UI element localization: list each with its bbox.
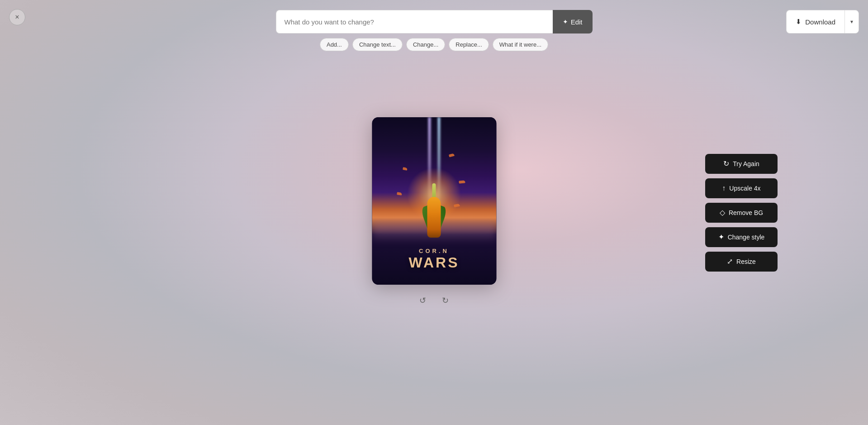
action-button-remove-bg[interactable]: ◇Remove BG	[705, 203, 778, 223]
chevron-down-icon: ▾	[850, 19, 853, 25]
edit-button[interactable]: ✦ Edit	[553, 10, 593, 33]
suggestion-chip[interactable]: Change text...	[352, 38, 403, 51]
main-image-container: COR.N WARS ↺ ↻	[372, 117, 496, 308]
resize-icon: ⤢	[727, 257, 733, 266]
ship-5	[454, 204, 460, 207]
ship-1	[449, 153, 455, 157]
suggestion-chip[interactable]: What if it were...	[493, 38, 548, 51]
remove-bg-label: Remove BG	[729, 209, 763, 216]
remove-bg-icon: ◇	[720, 208, 725, 217]
corn-body	[427, 197, 441, 238]
search-row: ✦ Edit	[276, 10, 593, 33]
poster-background: COR.N WARS	[372, 117, 496, 285]
download-button[interactable]: ⬇ Download	[786, 10, 844, 33]
poster-corn	[423, 179, 446, 238]
action-panel: ↻Try Again↑Upscale 4x◇Remove BG✦Change s…	[705, 154, 778, 272]
suggestion-chips: Add...Change text...Change...Replace...W…	[320, 38, 548, 51]
action-button-change-style[interactable]: ✦Change style	[705, 227, 778, 247]
change-style-icon: ✦	[718, 233, 724, 241]
image-frame: COR.N WARS	[372, 117, 496, 285]
poster-title-corn: COR.N	[372, 248, 496, 254]
suggestion-chip[interactable]: Replace...	[449, 38, 489, 51]
download-area: ⬇ Download ▾	[786, 10, 859, 33]
poster-title-wars: WARS	[372, 254, 496, 271]
upscale-icon: ↑	[722, 184, 726, 192]
ship-3	[459, 180, 465, 183]
undo-button[interactable]: ↺	[415, 293, 431, 308]
upscale-label: Upscale 4x	[729, 185, 760, 192]
suggestion-chip[interactable]: Change...	[406, 38, 445, 51]
action-button-try-again[interactable]: ↻Try Again	[705, 154, 778, 174]
edit-label: Edit	[571, 18, 583, 26]
sparkle-icon: ✦	[563, 18, 568, 25]
redo-button[interactable]: ↻	[438, 293, 453, 308]
download-label: Download	[805, 18, 835, 26]
search-bar-container: ✦ Edit Add...Change text...Change...Repl…	[276, 10, 593, 51]
resize-label: Resize	[736, 258, 756, 265]
undo-redo-controls: ↺ ↻	[415, 293, 453, 308]
close-button[interactable]: ×	[9, 9, 25, 25]
ship-4	[397, 192, 402, 195]
action-button-upscale[interactable]: ↑Upscale 4x	[705, 178, 778, 198]
suggestion-chip[interactable]: Add...	[320, 38, 349, 51]
try-again-label: Try Again	[733, 160, 759, 167]
download-chevron-button[interactable]: ▾	[844, 10, 859, 33]
action-button-resize[interactable]: ⤢Resize	[705, 252, 778, 272]
try-again-icon: ↻	[723, 159, 729, 168]
download-icon: ⬇	[796, 18, 802, 26]
poster-title: COR.N WARS	[372, 248, 496, 271]
ship-2	[403, 167, 408, 171]
search-input[interactable]	[276, 10, 553, 33]
change-style-label: Change style	[728, 234, 765, 241]
